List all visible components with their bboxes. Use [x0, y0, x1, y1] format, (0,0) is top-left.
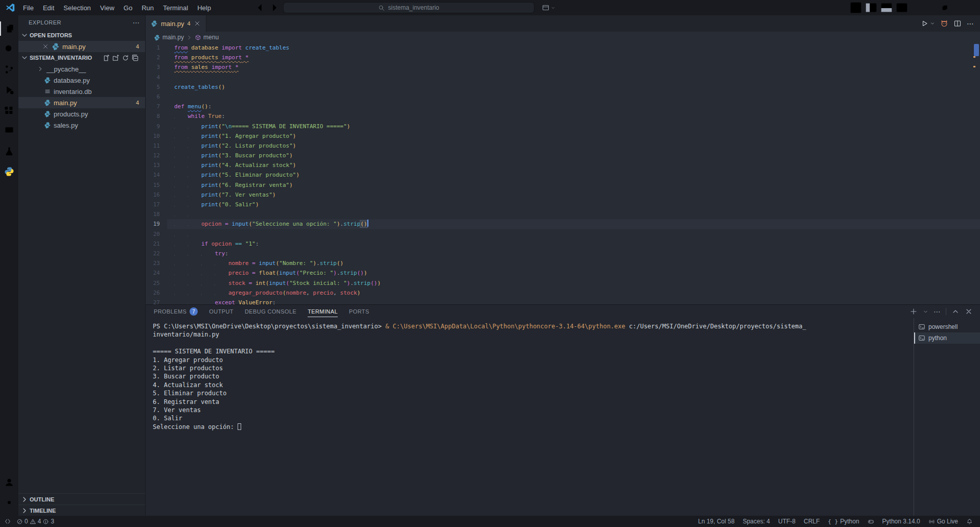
status-indentation[interactable]: Spaces: 4 — [743, 518, 770, 525]
status-language-mode[interactable]: { }Python — [828, 518, 859, 525]
settings-gear-icon[interactable] — [0, 492, 18, 513]
code-line-10[interactable]: 10print("1. Agregar producto") — [146, 131, 980, 141]
menu-edit[interactable]: Edit — [38, 2, 59, 14]
breadcrumb-file[interactable]: main.py — [162, 34, 184, 41]
code-line-22[interactable]: 22try: — [146, 249, 980, 258]
python-extension-icon[interactable] — [0, 161, 18, 182]
code-line-4[interactable]: 4 — [146, 73, 980, 82]
command-center-search[interactable]: sistema_inventario — [283, 2, 534, 13]
project-section-header[interactable]: SISTEMA_INVENTARIO — [18, 52, 145, 63]
file-database.py[interactable]: database.py — [18, 75, 145, 86]
file-main.py[interactable]: main.py4 — [18, 97, 145, 108]
open-editors-section[interactable]: OPEN EDITORS — [18, 30, 145, 41]
code-line-19[interactable]: 19opcion = input("Seleccione una opción:… — [146, 219, 980, 229]
testing-icon[interactable] — [0, 141, 18, 161]
status-notifications[interactable] — [966, 518, 973, 525]
cat-extension-icon[interactable] — [940, 19, 948, 28]
code-line-6[interactable]: 6 — [146, 92, 980, 102]
customize-layout-icon[interactable] — [848, 0, 864, 15]
run-python-file-icon[interactable] — [920, 19, 928, 28]
extensions-icon[interactable] — [0, 100, 18, 121]
search-sidebar-icon[interactable] — [0, 39, 18, 59]
panel-more-actions-icon[interactable]: ⋯ — [934, 307, 941, 316]
close-tab-icon[interactable] — [194, 20, 201, 27]
menu-selection[interactable]: Selection — [59, 2, 95, 14]
editor-more-actions-icon[interactable]: ⋯ — [967, 19, 974, 28]
toggle-panel-icon[interactable] — [879, 0, 894, 15]
code-line-17[interactable]: 17print("0. Salir") — [146, 200, 980, 209]
explorer-icon[interactable] — [0, 18, 18, 39]
code-line-27[interactable]: 27except ValueError: — [146, 298, 980, 304]
code-editor[interactable]: 1from database import create_tables2from… — [146, 43, 980, 304]
maximize-panel-icon[interactable] — [951, 307, 960, 316]
remote-indicator-icon[interactable] — [4, 518, 11, 525]
panel-tab-terminal[interactable]: TERMINAL — [308, 305, 338, 318]
menu-view[interactable]: View — [96, 2, 119, 14]
code-line-8[interactable]: 8while True: — [146, 111, 980, 121]
close-panel-icon[interactable] — [965, 307, 973, 316]
close-editor-icon[interactable] — [42, 43, 49, 50]
code-line-16[interactable]: 16print("7. Ver ventas") — [146, 190, 980, 200]
code-line-18[interactable]: 18 — [146, 209, 980, 219]
code-line-26[interactable]: 26agregar_producto(nombre, precio, stock… — [146, 288, 980, 298]
status-eol[interactable]: CRLF — [804, 518, 820, 525]
panel-tab-problems[interactable]: PROBLEMS7 — [154, 305, 198, 318]
panel-tab-debug-console[interactable]: DEBUG CONSOLE — [245, 305, 296, 318]
code-line-14[interactable]: 14print("5. Eliminar producto") — [146, 170, 980, 180]
menu-help[interactable]: Help — [193, 2, 216, 14]
remote-explorer-icon[interactable] — [0, 121, 18, 141]
status-python-extension[interactable] — [868, 518, 874, 525]
diagnostics-summary[interactable]: 0 4 3 — [16, 518, 54, 525]
status-cursor-position[interactable]: Ln 19, Col 58 — [698, 518, 734, 525]
editor-scrollbar[interactable] — [973, 43, 980, 304]
code-line-7[interactable]: 7def menu(): — [146, 102, 980, 111]
tab-main-py[interactable]: main.py 4 — [146, 15, 206, 32]
account-icon[interactable] — [0, 472, 18, 492]
code-line-11[interactable]: 11print("2. Listar productos") — [146, 141, 980, 151]
breadcrumb-symbol[interactable]: menu — [203, 34, 219, 41]
explorer-more-actions-icon[interactable]: ⋯ — [133, 18, 141, 27]
file-__pycache__[interactable]: __pycache__ — [18, 63, 145, 75]
status-interpreter[interactable]: Python 3.14.0 — [882, 518, 920, 525]
back-arrow-icon[interactable] — [254, 2, 266, 13]
code-line-15[interactable]: 15print("6. Registrar venta") — [146, 180, 980, 190]
panel-tab-ports[interactable]: PORTS — [349, 305, 369, 318]
code-line-9[interactable]: 9print("\n===== SISTEMA DE INVENTARIO ==… — [146, 122, 980, 131]
close-window-button[interactable] — [956, 0, 980, 15]
outline-section[interactable]: OUTLINE — [18, 493, 145, 505]
run-debug-icon[interactable] — [0, 80, 18, 100]
run-dropdown-icon[interactable] — [930, 21, 935, 26]
code-line-21[interactable]: 21if opcion == "1": — [146, 239, 980, 249]
scrollbar-thumb[interactable] — [974, 44, 979, 56]
source-control-icon[interactable] — [0, 59, 18, 80]
menu-go[interactable]: Go — [119, 2, 137, 14]
file-sales.py[interactable]: sales.py — [18, 119, 145, 131]
menu-file[interactable]: File — [18, 2, 38, 14]
split-editor-icon[interactable] — [953, 19, 962, 28]
open-editor-main-py[interactable]: main.py 4 — [18, 41, 145, 52]
status-go-live[interactable]: Go Live — [928, 518, 958, 525]
code-line-25[interactable]: 25stock = int(input("Stock inicial: ").s… — [146, 278, 980, 288]
file-products.py[interactable]: products.py — [18, 108, 145, 119]
code-line-5[interactable]: 5create_tables() — [146, 82, 980, 92]
terminal-instance-powershell[interactable]: powershell — [914, 321, 980, 332]
terminal-output[interactable]: PS C:\Users\MSI\OneDrive\Desktop\proyect… — [146, 318, 914, 516]
terminal-instance-python[interactable]: python — [914, 332, 980, 344]
new-folder-icon[interactable] — [112, 54, 120, 62]
refresh-icon[interactable] — [122, 54, 129, 62]
code-line-3[interactable]: 3from sales import * — [146, 62, 980, 72]
restore-button[interactable] — [933, 0, 956, 15]
layout-control-icon[interactable] — [542, 4, 555, 12]
code-line-2[interactable]: 2from products import * — [146, 53, 980, 62]
panel-tab-output[interactable]: OUTPUT — [209, 305, 234, 318]
code-line-24[interactable]: 24precio = float(input("Precio: ").strip… — [146, 268, 980, 278]
file-inventario.db[interactable]: inventario.db — [18, 86, 145, 97]
timeline-section[interactable]: TIMELINE — [18, 505, 145, 516]
toggle-primary-sidebar-icon[interactable] — [864, 0, 879, 15]
new-file-icon[interactable] — [102, 54, 110, 62]
code-line-1[interactable]: 1from database import create_tables — [146, 43, 980, 53]
menu-run[interactable]: Run — [137, 2, 158, 14]
new-terminal-icon[interactable] — [909, 307, 918, 316]
terminal-dropdown-icon[interactable] — [923, 309, 928, 315]
menu-terminal[interactable]: Terminal — [158, 2, 193, 14]
